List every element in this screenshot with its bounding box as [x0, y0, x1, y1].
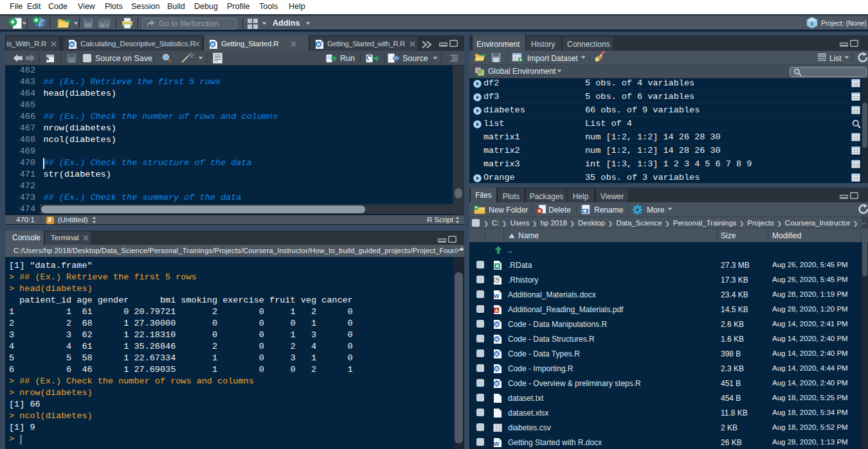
- svg-text:R: R: [496, 264, 499, 269]
- svg-text:R: R: [495, 322, 499, 328]
- svg-text:W: W: [494, 441, 500, 447]
- svg-text:R: R: [495, 351, 499, 357]
- svg-text:W: W: [494, 293, 500, 299]
- svg-text:A: A: [495, 308, 498, 313]
- svg-text:R: R: [495, 381, 499, 387]
- svg-text:R: R: [495, 366, 499, 372]
- svg-text:R: R: [495, 337, 499, 342]
- svg-text:R: R: [810, 21, 814, 27]
